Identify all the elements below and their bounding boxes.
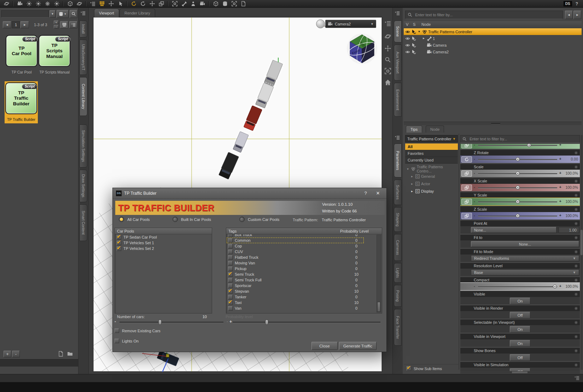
tag-row[interactable]: Taxi10 [226, 300, 377, 305]
slider-plus[interactable]: + [559, 144, 561, 147]
slider-minus[interactable]: - [474, 144, 475, 147]
content-filter-input[interactable] [3, 11, 48, 16]
tab-node[interactable]: Node [426, 125, 444, 133]
slider-plus[interactable]: + [559, 185, 561, 189]
slider-track[interactable] [478, 159, 557, 160]
close-button[interactable]: Close [311, 342, 338, 350]
orbit-view-icon[interactable] [384, 33, 392, 40]
surfaces-icon[interactable] [221, 1, 229, 7]
param-toggle-button[interactable]: Off [510, 312, 530, 318]
gear-icon[interactable] [574, 236, 578, 240]
cars-minus-button[interactable]: - [115, 319, 116, 324]
params-node-selector[interactable]: Traffic Patterns Controller ▼ [405, 135, 458, 142]
slider-minus[interactable]: - [474, 284, 475, 288]
tab-render-library[interactable]: Render Library [119, 8, 155, 17]
active-rotate-icon[interactable] [129, 1, 138, 7]
slider-minus[interactable]: - [474, 213, 475, 217]
params-filter[interactable] [460, 135, 580, 143]
scene-node-camera2[interactable]: Camera2 [404, 48, 582, 55]
product-tp-scripts-manual[interactable]: TP Scripts ManualScriptTP Scripts Manual [38, 34, 71, 76]
point-light-icon[interactable] [34, 1, 42, 7]
slider-minus[interactable]: - [474, 171, 475, 175]
param-toggle-button[interactable]: On [510, 298, 530, 304]
selectable-cursor-icon[interactable] [411, 49, 416, 54]
expand-arrow-icon[interactable]: ► [410, 182, 414, 186]
slider-track[interactable] [478, 187, 557, 188]
selectable-cursor-icon[interactable] [411, 36, 416, 41]
radio-built-in-car-pools[interactable]: Built In Car Pools [173, 217, 211, 222]
tag-checkbox[interactable] [228, 234, 233, 237]
slider-plus[interactable]: + [559, 171, 561, 175]
gear-icon[interactable] [574, 179, 578, 183]
tag-checkbox[interactable] [228, 255, 233, 260]
slider-thumb[interactable] [516, 186, 520, 189]
scene-prev-button[interactable]: ◄ [565, 11, 573, 19]
slider-thumb[interactable] [516, 214, 520, 218]
param-toggle-button[interactable]: On [510, 340, 530, 347]
tag-checkbox[interactable] [228, 278, 233, 282]
scene-filter[interactable] [405, 11, 563, 19]
camera-view-icon[interactable] [198, 1, 206, 7]
params-filter-input[interactable] [469, 136, 578, 141]
tags-scrollbar[interactable] [377, 235, 381, 312]
content-filter-dropdown[interactable]: ▼ [49, 10, 56, 18]
param-control[interactable]: Off [460, 311, 580, 318]
param-control[interactable]: Redirect Transforms▼ [460, 254, 580, 262]
distant-light-icon[interactable] [25, 1, 33, 7]
figure-icon[interactable] [189, 1, 197, 7]
aim-camera-icon[interactable] [75, 1, 83, 7]
car-pool-row[interactable]: TP Vehicles Set 1 [115, 240, 212, 246]
content-grid-icon[interactable] [98, 1, 106, 7]
slider-track[interactable] [478, 173, 557, 174]
content-filter-field[interactable] [1, 10, 49, 18]
slider-track[interactable] [478, 216, 557, 217]
slider-plus[interactable]: + [559, 199, 561, 203]
slider-minus[interactable]: - [474, 185, 475, 189]
scene-node-traffic-patterns-controller[interactable]: ▼Traffic Patterns Controller [404, 28, 582, 35]
selectable-cursor-icon[interactable] [411, 29, 416, 34]
tag-row[interactable]: Box Truck0 [226, 234, 377, 238]
probability-level-slider[interactable] [233, 322, 380, 323]
page-prev-button[interactable]: ◄ [3, 21, 11, 28]
slider-plus[interactable]: + [559, 213, 561, 217]
tag-row[interactable]: Flatbed Truck0 [226, 254, 377, 260]
pane-tab-posing[interactable]: Posing [394, 285, 402, 307]
scene-next-button[interactable]: ► [573, 11, 581, 19]
param-button[interactable]: None... [471, 227, 556, 233]
sidebar-tab-ultrasceneryxt[interactable]: UltraSceneryXT [80, 40, 87, 75]
sidebar-tab-draw-settings[interactable]: Draw Settings [80, 170, 87, 202]
slider-plus[interactable]: + [559, 284, 561, 288]
gear-icon[interactable] [574, 292, 578, 296]
tag-checkbox[interactable] [228, 272, 233, 277]
expand-arrow-icon[interactable]: ► [410, 190, 414, 193]
params-tree-general[interactable]: ►General [406, 173, 462, 180]
radio-custom-car-pools[interactable]: Custom Car Pools [239, 217, 279, 222]
lights-on-checkbox[interactable] [115, 339, 119, 343]
slider-plus[interactable]: + [559, 157, 561, 161]
gear-icon[interactable] [574, 222, 578, 226]
slider-track[interactable] [478, 286, 557, 287]
param-control[interactable]: Base▼ [460, 269, 580, 276]
show-as-list-icon[interactable] [58, 351, 64, 357]
grid-view-button[interactable] [60, 21, 68, 28]
radio-dot[interactable] [239, 217, 245, 222]
node-select-icon[interactable] [116, 1, 124, 7]
product-thumbnail[interactable]: TP Scripts ManualScript [39, 35, 70, 67]
tag-row[interactable]: Stepvan10 [226, 288, 377, 294]
primitive-icon[interactable] [211, 1, 220, 7]
param-control[interactable]: -+100.0% [460, 283, 580, 290]
camera-dropdown-arrow[interactable]: ▼ [371, 22, 374, 26]
slider-thumb[interactable] [516, 200, 520, 204]
sidebar-tab-simulation-settings[interactable]: Simulation Settings [80, 124, 87, 168]
param-control[interactable]: Off [460, 368, 580, 371]
gear-icon[interactable] [574, 250, 578, 254]
viewport-pan-icon[interactable] [107, 1, 115, 7]
gear-icon[interactable] [574, 193, 578, 197]
tab-viewport[interactable]: Viewport [94, 8, 119, 17]
tag-checkbox[interactable] [228, 238, 233, 243]
pane-tab-shaping[interactable]: Shaping [394, 207, 402, 232]
car-pool-row[interactable]: TP Sedan Car Pool [115, 234, 212, 240]
param-toggle-button[interactable]: On [510, 326, 530, 333]
slider-track[interactable] [478, 145, 557, 146]
param-control[interactable]: None... [460, 240, 580, 248]
